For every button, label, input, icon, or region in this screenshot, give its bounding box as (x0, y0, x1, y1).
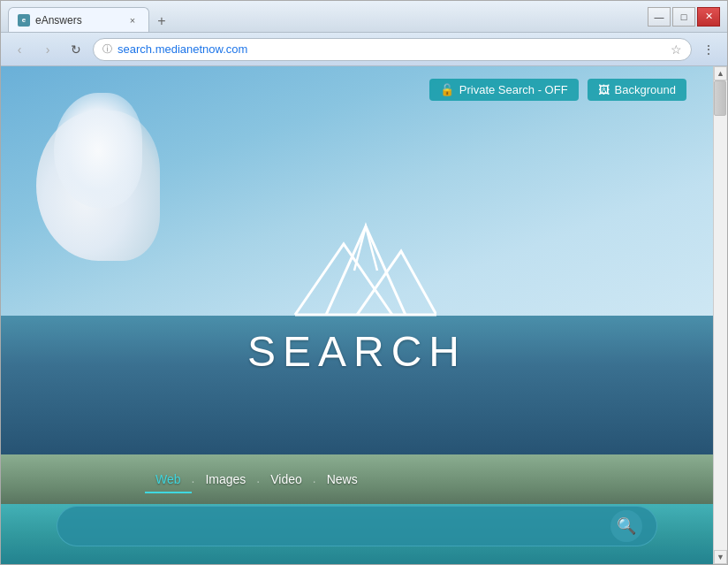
back-button[interactable]: ‹ (8, 38, 31, 61)
tab-news[interactable]: News (316, 469, 368, 493)
address-field[interactable]: ⓘ search.medianetnow.com ☆ (93, 38, 692, 61)
search-input[interactable] (72, 518, 610, 534)
private-search-label: Private Search - OFF (459, 83, 568, 96)
refresh-button[interactable]: ↻ (64, 38, 87, 61)
bookmark-icon[interactable]: ☆ (671, 42, 682, 57)
webpage: 🔓 Private Search - OFF 🖼 Background (1, 66, 713, 564)
close-button[interactable]: ✕ (697, 7, 720, 27)
browser-menu-button[interactable]: ⋮ (697, 38, 720, 61)
scroll-track (714, 80, 727, 550)
title-bar: e eAnswers × + — □ ✕ (1, 1, 727, 33)
address-bar-row: ‹ › ↻ ⓘ search.medianetnow.com ☆ ⋮ (1, 33, 727, 66)
tab-web[interactable]: Web (145, 469, 192, 493)
scroll-thumb[interactable] (714, 80, 726, 116)
maximize-button[interactable]: □ (672, 7, 695, 27)
url-text: search.medianetnow.com (118, 42, 247, 56)
tab-favicon: e (18, 14, 30, 27)
search-bar-area: 🔍 (57, 506, 657, 546)
private-search-button[interactable]: 🔓 Private Search - OFF (429, 79, 579, 101)
window-frame: e eAnswers × + — □ ✕ ‹ › ↻ ⓘ search.medi… (0, 0, 728, 565)
scrollbar: ▲ ▼ (713, 66, 727, 564)
cloud-top (54, 93, 142, 208)
background-label: Background (615, 83, 676, 96)
tab-bar: e eAnswers × + (8, 1, 641, 32)
scroll-up-button[interactable]: ▲ (714, 66, 727, 80)
new-tab-button[interactable]: + (149, 11, 174, 32)
logo-area: SEARCH (247, 218, 466, 376)
image-icon: 🖼 (598, 83, 610, 96)
tab-images[interactable]: Images (194, 469, 256, 493)
tab-title: eAnswers (35, 14, 82, 27)
lock-icon: 🔓 (440, 83, 454, 96)
mountain-logo (277, 218, 436, 336)
search-button[interactable]: 🔍 (610, 510, 642, 542)
content-area: 🔓 Private Search - OFF 🖼 Background (1, 66, 727, 564)
logo-text: SEARCH (247, 327, 466, 376)
scroll-down-button[interactable]: ▼ (714, 550, 727, 564)
search-icon: 🔍 (617, 516, 636, 536)
tab-close-button[interactable]: × (125, 13, 140, 27)
background-button[interactable]: 🖼 Background (588, 79, 686, 101)
search-nav: Web · Images · Video · News (92, 469, 622, 493)
cloud (19, 84, 178, 261)
window-controls: — □ ✕ (648, 7, 720, 27)
tab-video[interactable]: Video (260, 469, 313, 493)
security-icon: ⓘ (102, 42, 112, 56)
forward-button[interactable]: › (36, 38, 59, 61)
top-buttons: 🔓 Private Search - OFF 🖼 Background (429, 79, 686, 101)
browser-tab[interactable]: e eAnswers × (8, 7, 149, 32)
search-bar: 🔍 (57, 506, 657, 546)
minimize-button[interactable]: — (648, 7, 671, 27)
